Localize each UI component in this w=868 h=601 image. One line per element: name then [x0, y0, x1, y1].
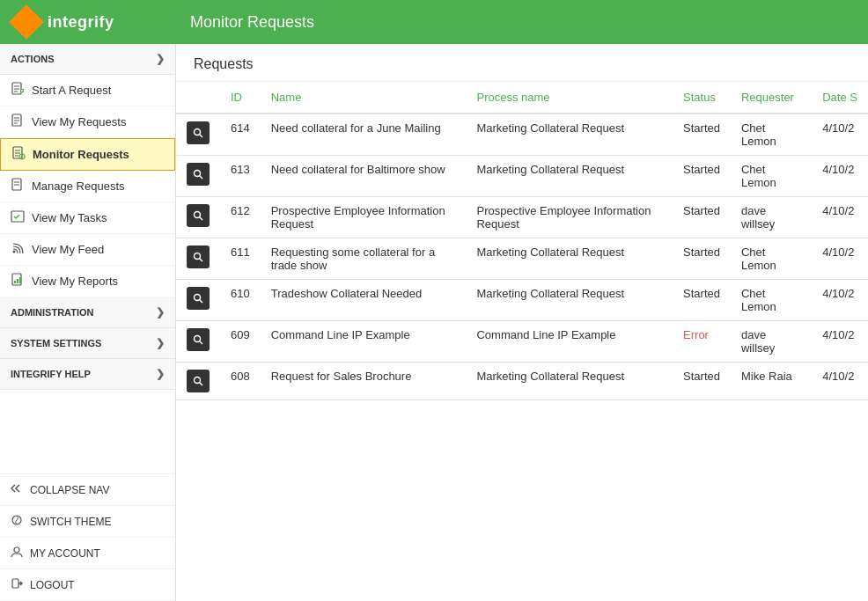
start-request-label: Start A Request	[32, 84, 111, 97]
row-id: 609	[220, 321, 261, 363]
view-request-button[interactable]	[187, 246, 210, 268]
logo-area: integrify	[14, 10, 190, 34]
svg-line-39	[200, 300, 203, 304]
content-area: Requests ID Name Process name Status Req…	[176, 44, 868, 601]
view-request-button[interactable]	[187, 328, 210, 351]
row-id: 608	[220, 363, 261, 400]
row-name: Need collateral for Baltimore show	[261, 156, 467, 197]
row-date: 4/10/2	[812, 280, 868, 321]
view-request-button[interactable]	[187, 163, 210, 186]
svg-point-34	[195, 212, 201, 218]
svg-point-16	[21, 156, 23, 158]
administration-label: ADMINISTRATION	[11, 307, 94, 318]
monitor-requests-icon	[11, 146, 26, 163]
view-requests-label: View My Requests	[32, 115, 126, 128]
requests-table: ID Name Process name Status Requester Da…	[176, 82, 868, 400]
row-process-name: Prospective Employee Information Request	[466, 197, 673, 238]
row-status: Started	[673, 238, 731, 280]
collapse-nav-icon	[11, 482, 23, 497]
actions-section-header[interactable]: ACTIONS ❯	[0, 44, 175, 75]
row-requester: Chet Lemon	[731, 280, 812, 321]
row-date: 4/10/2	[812, 238, 868, 280]
view-request-button[interactable]	[187, 204, 210, 227]
row-name: Prospective Employee Information Request	[261, 197, 467, 238]
svg-line-43	[200, 383, 203, 386]
system-settings-chevron-icon: ❯	[156, 337, 165, 349]
col-status[interactable]: Status	[673, 82, 731, 114]
integrify-help-chevron-icon: ❯	[156, 368, 165, 380]
svg-point-27	[14, 547, 19, 553]
requests-table-container: ID Name Process name Status Requester Da…	[176, 82, 868, 400]
logout-label: LOGOUT	[30, 579, 75, 591]
row-id: 612	[220, 197, 261, 238]
svg-rect-23	[14, 281, 16, 283]
actions-label: ACTIONS	[11, 54, 55, 64]
collapse-nav-button[interactable]: COLLAPSE NAV	[0, 474, 175, 506]
row-date: 4/10/2	[812, 156, 868, 197]
view-request-button[interactable]	[187, 370, 210, 392]
switch-theme-label: SWITCH THEME	[30, 516, 111, 528]
row-requester: Chet Lemon	[731, 156, 812, 197]
view-tasks-icon	[11, 209, 25, 226]
col-action[interactable]	[176, 82, 220, 114]
row-status: Started	[673, 280, 731, 321]
manage-requests-icon	[11, 178, 25, 194]
row-requester: Chet Lemon	[731, 114, 812, 156]
row-name: Tradeshow Collateral Needed	[261, 280, 467, 321]
row-status: Started	[673, 156, 731, 197]
col-id[interactable]: ID	[220, 82, 261, 114]
col-process-name[interactable]: Process name	[466, 82, 673, 114]
integrify-help-label: INTEGRIFY HELP	[11, 369, 91, 379]
row-date: 4/10/2	[812, 363, 868, 400]
svg-point-40	[195, 336, 201, 342]
col-name[interactable]: Name	[261, 82, 467, 114]
row-process-name: Marketing Collateral Request	[466, 238, 673, 280]
sidebar-item-view-reports[interactable]: View My Reports	[0, 266, 175, 297]
switch-theme-button[interactable]: SWITCH THEME	[0, 506, 175, 538]
sidebar-item-view-feed[interactable]: View My Feed	[0, 234, 175, 266]
row-process-name: Marketing Collateral Request	[466, 156, 673, 197]
svg-rect-28	[12, 579, 18, 588]
svg-point-42	[195, 377, 201, 384]
view-request-button[interactable]	[187, 121, 210, 144]
row-name: Need collateral for a June Mailing	[261, 114, 467, 156]
view-feed-label: View My Feed	[32, 243, 104, 256]
view-reports-icon	[11, 273, 25, 290]
view-request-button[interactable]	[187, 287, 210, 310]
row-requester: dave willsey	[731, 321, 812, 363]
table-row: 613 Need collateral for Baltimore show M…	[176, 156, 868, 197]
col-requester[interactable]: Requester	[731, 82, 812, 114]
row-process-name: Marketing Collateral Request	[466, 114, 673, 156]
administration-section-header[interactable]: ADMINISTRATION ❯	[0, 297, 175, 328]
system-settings-section-header[interactable]: SYSTEM SETTINGS ❯	[0, 328, 175, 359]
integrify-help-section-header[interactable]: INTEGRIFY HELP ❯	[0, 359, 175, 390]
row-status: Started	[673, 197, 731, 238]
logout-button[interactable]: LOGOUT	[0, 569, 175, 601]
svg-rect-25	[19, 277, 21, 283]
sidebar-item-view-tasks[interactable]: View My Tasks	[0, 202, 175, 234]
logo-diamond-icon	[9, 4, 44, 40]
table-row: 614 Need collateral for a June Mailing M…	[176, 114, 868, 156]
row-name: Request for Sales Brochure	[261, 363, 467, 400]
row-action-cell	[176, 156, 220, 197]
sidebar-item-view-requests[interactable]: View My Requests	[0, 106, 175, 138]
table-body: 614 Need collateral for a June Mailing M…	[176, 114, 868, 400]
sidebar-item-monitor-requests[interactable]: Monitor Requests	[0, 138, 175, 171]
my-account-button[interactable]: MY ACCOUNT	[0, 538, 175, 569]
row-action-cell	[176, 363, 220, 400]
row-process-name: Command Line IP Example	[466, 321, 673, 363]
col-date[interactable]: Date S	[812, 82, 868, 114]
row-id: 611	[220, 238, 261, 280]
sidebar-item-manage-requests[interactable]: Manage Requests	[0, 171, 175, 202]
logo-text: integrify	[48, 13, 114, 32]
row-requester: Mike Raia	[731, 363, 812, 400]
switch-theme-icon	[11, 514, 23, 529]
svg-point-36	[195, 253, 201, 260]
svg-point-30	[195, 129, 201, 136]
svg-line-33	[200, 176, 203, 180]
row-id: 610	[220, 280, 261, 321]
sidebar-item-start-request[interactable]: Start A Request	[0, 75, 175, 106]
manage-requests-label: Manage Requests	[32, 180, 125, 193]
row-requester: Chet Lemon	[731, 238, 812, 280]
svg-point-38	[195, 295, 201, 301]
